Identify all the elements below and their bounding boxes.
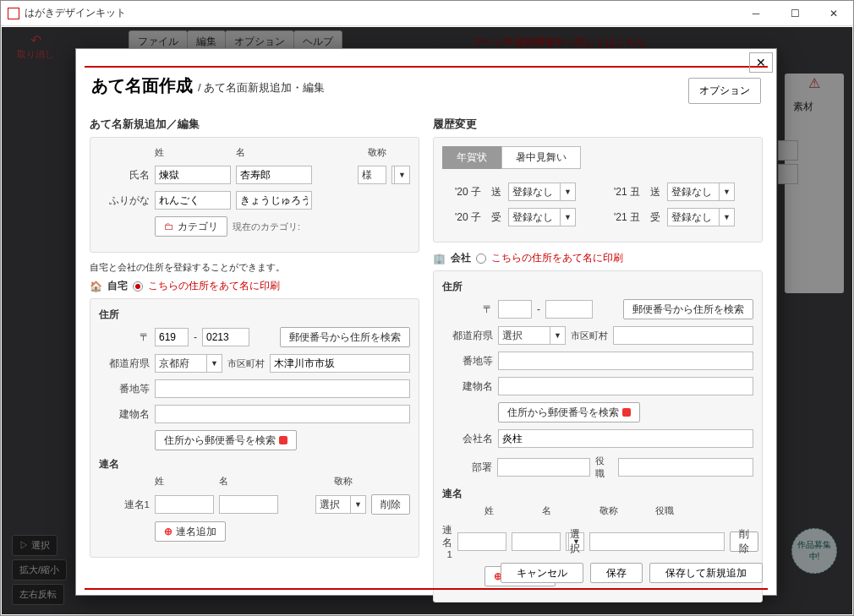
c-label-post: 役職	[595, 455, 613, 480]
label-banchi: 番地等	[99, 383, 150, 395]
c-label-postal: 〒	[442, 303, 493, 316]
select-20r[interactable]: 登録なし▼	[508, 208, 576, 226]
select-keisho-arrow[interactable]: ▼	[391, 166, 410, 184]
add-renmei-button[interactable]: ⊕連名追加	[155, 521, 226, 542]
input-furi-sei[interactable]	[155, 191, 231, 210]
input-banchi[interactable]	[155, 379, 410, 398]
input-city[interactable]	[270, 354, 410, 373]
select-pref[interactable]: 京都府▼	[155, 354, 222, 373]
input-zip2[interactable]	[202, 328, 249, 346]
c-label-city: 市区町村	[571, 330, 608, 342]
modal-close-button[interactable]: ✕	[749, 52, 773, 73]
delete-renmei-button[interactable]: 削除	[371, 494, 410, 515]
input-renmei-sei[interactable]	[155, 495, 214, 514]
save-button[interactable]: 保存	[590, 563, 643, 583]
select-renmei-keisho[interactable]: 選択▼	[315, 495, 366, 514]
tab-shochu[interactable]: 暑中見舞い	[501, 146, 581, 169]
radio-home-label: こちらの住所をあて名に印刷	[148, 280, 280, 292]
label-postal: 〒	[99, 331, 150, 344]
current-category: 現在のカテゴリ:	[233, 221, 300, 233]
label-r-mei: 名	[219, 475, 278, 488]
label-mei: 名	[236, 146, 312, 159]
c-input-company[interactable]	[498, 429, 753, 448]
radio-company[interactable]	[476, 253, 486, 264]
c-select-pref[interactable]: 選択▼	[498, 326, 566, 345]
home-renmei-header: 連名	[99, 458, 119, 470]
category-button[interactable]: 🗀カテゴリ	[155, 216, 227, 237]
c-label-tatemono: 建物名	[442, 380, 493, 393]
radio-home[interactable]	[133, 281, 143, 292]
c-label-r-mei: 名	[542, 504, 594, 517]
select-21s[interactable]: 登録なし▼	[667, 183, 735, 201]
c-label-company: 会社名	[442, 433, 493, 445]
label-r-keisho: 敬称	[334, 475, 410, 488]
section-name-header: あて名新規追加／編集	[90, 117, 419, 132]
c-label-r-post: 役職	[655, 504, 674, 517]
radio-company-label: こちらの住所をあて名に印刷	[491, 252, 623, 264]
c-select-renmei-keisho[interactable]: 選択▼	[566, 532, 584, 551]
input-sei[interactable]	[155, 166, 231, 184]
c-label-renmei1: 連名1	[442, 524, 452, 559]
select-21r[interactable]: 登録なし▼	[667, 208, 735, 226]
modal-subtitle: / あて名面新規追加・編集	[198, 80, 325, 95]
c-label-r-keisho: 敬称	[599, 504, 650, 517]
home-addr-header: 住所	[99, 308, 119, 320]
c-input-post[interactable]	[618, 458, 753, 477]
c-label-dept: 部署	[442, 461, 492, 474]
c-renmei-header: 連名	[442, 488, 463, 499]
company-addr-header: 住所	[442, 281, 463, 292]
c-input-zip1[interactable]	[498, 300, 532, 319]
input-renmei-mei[interactable]	[219, 495, 278, 514]
c-label-pref: 都道府県	[442, 330, 493, 342]
window-title: はがきデザインキット	[25, 6, 736, 20]
label-furigana: ふりがな	[99, 194, 150, 207]
c-label-r-sei: 姓	[484, 504, 537, 517]
address-note: 自宅と会社の住所を登録することができます。	[90, 261, 419, 274]
c-input-banchi[interactable]	[498, 352, 753, 370]
label-sei: 姓	[155, 146, 231, 159]
select-20s[interactable]: 登録なし▼	[508, 183, 576, 201]
modal-option-button[interactable]: オプション	[688, 78, 761, 104]
maximize-button[interactable]: ☐	[775, 1, 814, 26]
save-new-button[interactable]: 保存して新規追加	[649, 563, 763, 583]
zip-search-button[interactable]: 郵便番号から住所を検索	[280, 327, 410, 347]
modal-title: あて名面作成	[91, 74, 193, 97]
addressee-modal: ✕ あて名面作成 / あて名面新規追加・編集 オプション あて名新規追加／編集 …	[75, 48, 777, 596]
addr-to-zip-button[interactable]: 住所から郵便番号を検索	[155, 430, 297, 450]
input-furi-mei[interactable]	[236, 191, 312, 210]
input-tatemono[interactable]	[155, 405, 410, 423]
section-company: 会社	[451, 251, 471, 265]
label-renmei1: 連名1	[99, 499, 150, 511]
tab-nenga[interactable]: 年賀状	[442, 146, 501, 169]
minimize-button[interactable]: ─	[736, 1, 775, 26]
input-zip1[interactable]	[155, 328, 189, 346]
section-home: 自宅	[107, 279, 128, 293]
c-input-dept[interactable]	[497, 458, 590, 477]
cancel-button[interactable]: キャンセル	[501, 563, 583, 583]
c-input-renmei-sei[interactable]	[457, 532, 506, 551]
label-r-sei: 姓	[155, 475, 214, 488]
label-keisho: 敬称	[368, 146, 410, 159]
c-delete-renmei-button[interactable]: 削除	[730, 532, 758, 552]
label-tatemono: 建物名	[99, 408, 150, 421]
c-addr-to-zip-button[interactable]: 住所から郵便番号を検索	[498, 402, 640, 422]
c-input-tatemono[interactable]	[498, 377, 753, 395]
home-icon: 🏠	[90, 281, 102, 292]
company-icon: 🏢	[433, 253, 446, 264]
c-input-zip2[interactable]	[545, 300, 593, 319]
hist-21-send: '21 丑 送	[601, 185, 660, 199]
select-keisho[interactable]: 様	[358, 166, 386, 184]
close-window-button[interactable]: ✕	[814, 1, 853, 26]
app-icon	[8, 8, 19, 19]
c-input-city[interactable]	[613, 326, 753, 345]
label-city: 市区町村	[227, 357, 265, 370]
c-zip-search-button[interactable]: 郵便番号から住所を検索	[623, 299, 753, 319]
label-shimei: 氏名	[99, 169, 150, 182]
section-history-header: 履歴変更	[433, 117, 763, 132]
label-pref: 都道府県	[99, 357, 150, 370]
hist-20-recv: '20 子 受	[442, 210, 501, 225]
c-input-renmei-post[interactable]	[589, 532, 725, 551]
hist-20-send: '20 子 送	[442, 185, 501, 199]
input-mei[interactable]	[236, 166, 312, 184]
c-input-renmei-mei[interactable]	[512, 532, 561, 551]
